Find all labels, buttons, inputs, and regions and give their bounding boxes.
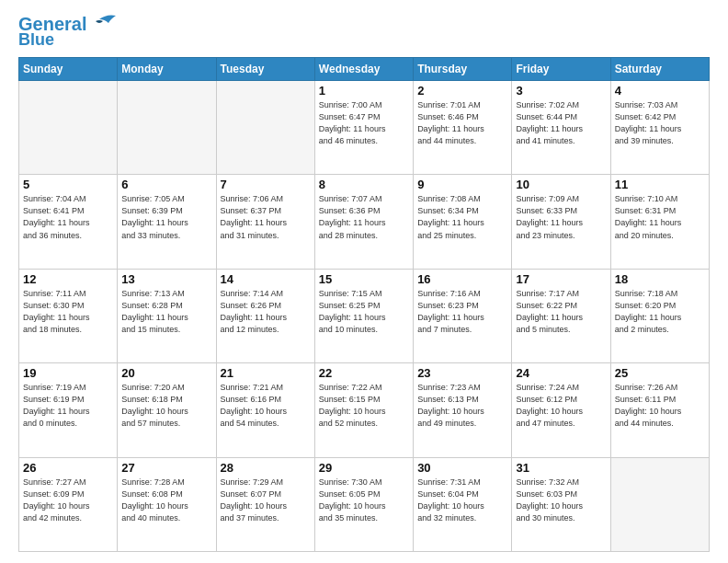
weekday-header-sunday: Sunday <box>19 58 118 81</box>
day-number: 30 <box>417 461 507 475</box>
calendar-day-15: 15Sunrise: 7:15 AM Sunset: 6:25 PM Dayli… <box>314 269 413 362</box>
calendar-day-17: 17Sunrise: 7:17 AM Sunset: 6:22 PM Dayli… <box>512 269 610 362</box>
calendar-day-20: 20Sunrise: 7:20 AM Sunset: 6:18 PM Dayli… <box>118 363 216 457</box>
calendar-empty-cell <box>216 81 314 175</box>
day-info: Sunrise: 7:24 AM Sunset: 6:12 PM Dayligh… <box>516 382 606 430</box>
logo: General Blue <box>18 15 118 48</box>
calendar-week-row: 26Sunrise: 7:27 AM Sunset: 6:09 PM Dayli… <box>19 457 710 551</box>
day-number: 24 <box>516 366 606 380</box>
day-number: 4 <box>615 84 705 98</box>
day-info: Sunrise: 7:18 AM Sunset: 6:20 PM Dayligh… <box>615 288 705 336</box>
day-info: Sunrise: 7:10 AM Sunset: 6:31 PM Dayligh… <box>615 193 705 241</box>
day-info: Sunrise: 7:14 AM Sunset: 6:26 PM Dayligh… <box>221 288 311 336</box>
calendar-week-row: 1Sunrise: 7:00 AM Sunset: 6:47 PM Daylig… <box>19 81 710 175</box>
day-number: 5 <box>23 178 113 191</box>
day-number: 8 <box>319 178 409 191</box>
day-number: 11 <box>615 178 705 191</box>
weekday-header-tuesday: Tuesday <box>216 58 314 81</box>
calendar-day-26: 26Sunrise: 7:27 AM Sunset: 6:09 PM Dayli… <box>19 457 118 551</box>
logo-blue: Blue <box>18 31 54 48</box>
calendar-day-27: 27Sunrise: 7:28 AM Sunset: 6:08 PM Dayli… <box>118 457 216 551</box>
calendar-day-2: 2Sunrise: 7:01 AM Sunset: 6:46 PM Daylig… <box>414 81 512 175</box>
day-number: 19 <box>23 366 113 380</box>
day-number: 29 <box>319 461 409 475</box>
day-info: Sunrise: 7:11 AM Sunset: 6:30 PM Dayligh… <box>23 288 113 336</box>
day-number: 28 <box>221 461 311 475</box>
calendar-day-24: 24Sunrise: 7:24 AM Sunset: 6:12 PM Dayli… <box>512 363 610 457</box>
day-info: Sunrise: 7:04 AM Sunset: 6:41 PM Dayligh… <box>23 193 113 241</box>
day-info: Sunrise: 7:23 AM Sunset: 6:13 PM Dayligh… <box>417 382 507 430</box>
calendar-day-28: 28Sunrise: 7:29 AM Sunset: 6:07 PM Dayli… <box>216 457 314 551</box>
day-info: Sunrise: 7:19 AM Sunset: 6:19 PM Dayligh… <box>23 382 113 430</box>
day-info: Sunrise: 7:15 AM Sunset: 6:25 PM Dayligh… <box>319 288 409 336</box>
calendar-day-3: 3Sunrise: 7:02 AM Sunset: 6:44 PM Daylig… <box>512 81 610 175</box>
weekday-header-friday: Friday <box>512 58 610 81</box>
weekday-header-thursday: Thursday <box>414 58 512 81</box>
day-number: 14 <box>221 272 311 286</box>
day-info: Sunrise: 7:09 AM Sunset: 6:33 PM Dayligh… <box>516 193 606 241</box>
day-number: 7 <box>221 178 311 191</box>
day-info: Sunrise: 7:32 AM Sunset: 6:03 PM Dayligh… <box>516 477 606 524</box>
day-number: 25 <box>615 366 705 380</box>
day-info: Sunrise: 7:05 AM Sunset: 6:39 PM Dayligh… <box>121 193 211 241</box>
calendar-day-6: 6Sunrise: 7:05 AM Sunset: 6:39 PM Daylig… <box>118 175 216 269</box>
calendar-day-13: 13Sunrise: 7:13 AM Sunset: 6:28 PM Dayli… <box>118 269 216 362</box>
day-info: Sunrise: 7:17 AM Sunset: 6:22 PM Dayligh… <box>516 288 606 336</box>
page: General Blue SundayMondayTuesdayWednesda… <box>0 0 728 563</box>
day-info: Sunrise: 7:21 AM Sunset: 6:16 PM Dayligh… <box>221 382 311 430</box>
day-info: Sunrise: 7:22 AM Sunset: 6:15 PM Dayligh… <box>319 382 409 430</box>
day-number: 12 <box>23 272 113 286</box>
day-number: 1 <box>319 84 409 98</box>
day-number: 18 <box>615 272 705 286</box>
calendar-day-29: 29Sunrise: 7:30 AM Sunset: 6:05 PM Dayli… <box>314 457 413 551</box>
day-info: Sunrise: 7:31 AM Sunset: 6:04 PM Dayligh… <box>417 477 507 524</box>
day-info: Sunrise: 7:02 AM Sunset: 6:44 PM Dayligh… <box>516 99 606 147</box>
calendar-day-23: 23Sunrise: 7:23 AM Sunset: 6:13 PM Dayli… <box>414 363 512 457</box>
calendar-day-10: 10Sunrise: 7:09 AM Sunset: 6:33 PM Dayli… <box>512 175 610 269</box>
calendar-day-1: 1Sunrise: 7:00 AM Sunset: 6:47 PM Daylig… <box>314 81 413 175</box>
calendar-day-9: 9Sunrise: 7:08 AM Sunset: 6:34 PM Daylig… <box>414 175 512 269</box>
day-info: Sunrise: 7:26 AM Sunset: 6:11 PM Dayligh… <box>615 382 705 430</box>
day-info: Sunrise: 7:20 AM Sunset: 6:18 PM Dayligh… <box>121 382 211 430</box>
calendar-week-row: 12Sunrise: 7:11 AM Sunset: 6:30 PM Dayli… <box>19 269 710 362</box>
day-info: Sunrise: 7:06 AM Sunset: 6:37 PM Dayligh… <box>221 193 311 241</box>
day-info: Sunrise: 7:16 AM Sunset: 6:23 PM Dayligh… <box>417 288 507 336</box>
calendar-week-row: 19Sunrise: 7:19 AM Sunset: 6:19 PM Dayli… <box>19 363 710 457</box>
day-number: 23 <box>417 366 507 380</box>
weekday-header-saturday: Saturday <box>610 58 709 81</box>
calendar-empty-cell <box>19 81 118 175</box>
day-number: 13 <box>121 272 211 286</box>
calendar-day-7: 7Sunrise: 7:06 AM Sunset: 6:37 PM Daylig… <box>216 175 314 269</box>
day-info: Sunrise: 7:28 AM Sunset: 6:08 PM Dayligh… <box>121 477 211 524</box>
calendar-empty-cell <box>610 457 709 551</box>
calendar-day-31: 31Sunrise: 7:32 AM Sunset: 6:03 PM Dayli… <box>512 457 610 551</box>
logo-bird-icon <box>90 12 118 32</box>
weekday-header-monday: Monday <box>118 58 216 81</box>
calendar-day-5: 5Sunrise: 7:04 AM Sunset: 6:41 PM Daylig… <box>19 175 118 269</box>
day-number: 10 <box>516 178 606 191</box>
day-number: 26 <box>23 461 113 475</box>
day-number: 20 <box>121 366 211 380</box>
calendar-day-21: 21Sunrise: 7:21 AM Sunset: 6:16 PM Dayli… <box>216 363 314 457</box>
header: General Blue <box>18 15 710 48</box>
day-info: Sunrise: 7:27 AM Sunset: 6:09 PM Dayligh… <box>23 477 113 524</box>
day-number: 2 <box>417 84 507 98</box>
day-number: 9 <box>417 178 507 191</box>
calendar-day-8: 8Sunrise: 7:07 AM Sunset: 6:36 PM Daylig… <box>314 175 413 269</box>
day-number: 16 <box>417 272 507 286</box>
calendar-day-18: 18Sunrise: 7:18 AM Sunset: 6:20 PM Dayli… <box>610 269 709 362</box>
day-info: Sunrise: 7:30 AM Sunset: 6:05 PM Dayligh… <box>319 477 409 524</box>
day-number: 17 <box>516 272 606 286</box>
calendar-empty-cell <box>118 81 216 175</box>
calendar-day-30: 30Sunrise: 7:31 AM Sunset: 6:04 PM Dayli… <box>414 457 512 551</box>
calendar-day-14: 14Sunrise: 7:14 AM Sunset: 6:26 PM Dayli… <box>216 269 314 362</box>
day-info: Sunrise: 7:00 AM Sunset: 6:47 PM Dayligh… <box>319 99 409 147</box>
calendar-day-25: 25Sunrise: 7:26 AM Sunset: 6:11 PM Dayli… <box>610 363 709 457</box>
day-info: Sunrise: 7:13 AM Sunset: 6:28 PM Dayligh… <box>121 288 211 336</box>
calendar-day-11: 11Sunrise: 7:10 AM Sunset: 6:31 PM Dayli… <box>610 175 709 269</box>
weekday-header-wednesday: Wednesday <box>314 58 413 81</box>
calendar-day-12: 12Sunrise: 7:11 AM Sunset: 6:30 PM Dayli… <box>19 269 118 362</box>
day-number: 22 <box>319 366 409 380</box>
calendar-day-4: 4Sunrise: 7:03 AM Sunset: 6:42 PM Daylig… <box>610 81 709 175</box>
day-info: Sunrise: 7:29 AM Sunset: 6:07 PM Dayligh… <box>221 477 311 524</box>
